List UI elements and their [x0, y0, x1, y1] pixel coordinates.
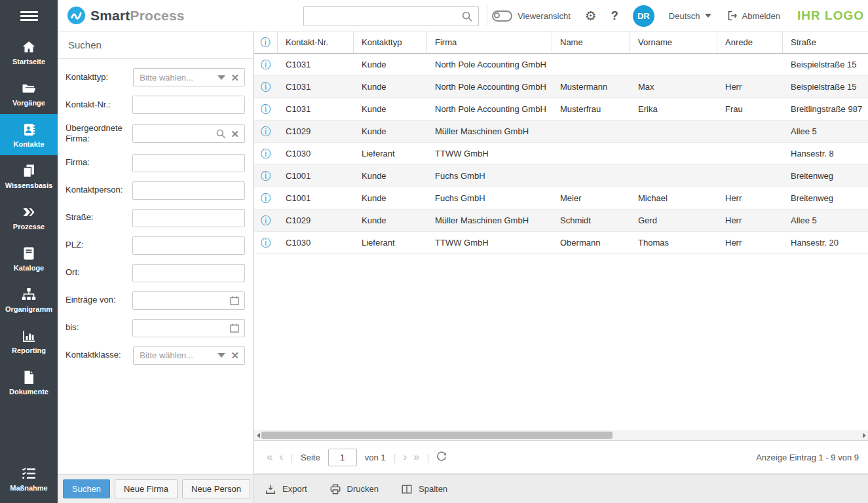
- columns-icon: [401, 483, 413, 495]
- search-button[interactable]: Suchen: [63, 479, 110, 498]
- search-panel: Suchen Kontakttyp: Bitte wählen... ✕ Kon…: [58, 31, 254, 503]
- sidebar-item-reporting[interactable]: Reporting: [0, 320, 58, 362]
- sidebar-item-kataloge[interactable]: Kataloge: [0, 238, 58, 279]
- cell-kontakt-nr: C1031: [278, 98, 354, 120]
- strasse-input[interactable]: [133, 210, 244, 227]
- column-header-strasse[interactable]: Straße: [783, 31, 868, 53]
- info-icon[interactable]: ⓘ: [261, 238, 271, 248]
- table-row[interactable]: ⓘ C1029 Kunde Müller Maschinen GmbH Alle…: [254, 121, 868, 143]
- global-search-input[interactable]: [304, 7, 461, 26]
- sidebar-item-dokumente[interactable]: Dokumente: [0, 362, 58, 403]
- info-icon[interactable]: ⓘ: [261, 171, 271, 181]
- prev-page-button[interactable]: ‹: [276, 451, 286, 464]
- eintraege-von-input[interactable]: [133, 292, 229, 309]
- column-header-kontakttyp[interactable]: Kontakttyp: [354, 31, 427, 53]
- cell-name: [552, 143, 630, 164]
- kontakt-nr-input[interactable]: [133, 96, 244, 113]
- help-icon[interactable]: ?: [611, 9, 618, 23]
- info-icon[interactable]: ⓘ: [261, 104, 271, 115]
- info-icon[interactable]: ⓘ: [261, 149, 271, 159]
- logo-icon: [67, 6, 86, 25]
- first-page-button[interactable]: «: [263, 451, 276, 464]
- field-kontakt-nr: Kontakt-Nr.:: [66, 96, 245, 114]
- info-icon[interactable]: ⓘ: [261, 60, 271, 70]
- firma-input[interactable]: [133, 155, 244, 172]
- app-logo[interactable]: SmartProcess: [67, 6, 185, 25]
- table-row[interactable]: ⓘ C1030 Lieferant TTWW GmbH Hansestr. 8: [254, 143, 868, 165]
- page-number-input[interactable]: [328, 449, 357, 466]
- column-header-vorname[interactable]: Vorname: [630, 31, 717, 53]
- settings-gear-icon[interactable]: ⚙: [585, 9, 597, 22]
- column-header-firma[interactable]: Firma: [427, 31, 552, 53]
- columns-button[interactable]: Spalten: [401, 483, 447, 495]
- print-button[interactable]: Drucken: [330, 483, 379, 495]
- kontakttyp-select[interactable]: Bitte wählen... ✕: [133, 68, 245, 86]
- table-empty-space: [254, 254, 868, 430]
- calendar-icon[interactable]: [229, 323, 240, 333]
- calendar-icon[interactable]: [229, 295, 240, 306]
- column-header-name[interactable]: Name: [552, 31, 630, 53]
- info-icon[interactable]: ⓘ: [261, 215, 271, 226]
- user-avatar[interactable]: DR: [633, 5, 654, 27]
- table-row[interactable]: ⓘ C1031 Kunde North Pole Accounting GmbH…: [254, 54, 868, 76]
- cell-firma: TTWW GmbH: [427, 143, 552, 164]
- plz-input[interactable]: [133, 237, 244, 254]
- clear-icon[interactable]: ✕: [231, 350, 239, 360]
- new-person-button[interactable]: Neue Person: [182, 479, 250, 498]
- sidebar-item-organigramm[interactable]: Organigramm: [0, 279, 58, 320]
- column-header-kontakt-nr[interactable]: Kontakt-Nr.: [278, 31, 354, 53]
- cell-anrede: Herr: [717, 76, 783, 98]
- sidebar-item-kontakte[interactable]: Kontakte: [0, 114, 58, 155]
- info-column-header[interactable]: ⓘ: [254, 31, 278, 53]
- clear-icon[interactable]: ✕: [231, 73, 239, 83]
- scrollbar-thumb[interactable]: [261, 432, 613, 439]
- export-button[interactable]: Export: [265, 483, 307, 495]
- sidebar-item-prozesse[interactable]: Prozesse: [0, 196, 58, 238]
- field-uebergeordnete-firma: Übergeordnete Firma: ✕: [66, 123, 245, 145]
- logout-button[interactable]: Abmelden: [726, 10, 781, 22]
- dropdown-caret-icon[interactable]: [217, 353, 225, 358]
- sidebar-item-startseite[interactable]: Startseite: [0, 31, 58, 73]
- cell-strasse: Hansestr. 20: [783, 232, 868, 253]
- next-page-button[interactable]: ›: [400, 451, 410, 464]
- new-company-button[interactable]: Neue Firma: [115, 479, 178, 498]
- last-page-button[interactable]: »: [410, 451, 423, 464]
- info-icon[interactable]: ⓘ: [261, 82, 271, 92]
- table-row[interactable]: ⓘ C1001 Kunde Fuchs GmbH Breitenweg: [254, 165, 868, 187]
- cell-kontakt-nr: C1031: [278, 54, 354, 75]
- search-icon[interactable]: [461, 10, 473, 22]
- dropdown-caret-icon[interactable]: [217, 75, 225, 80]
- sidebar-item-vorgaenge[interactable]: Vorgänge: [0, 73, 58, 114]
- table-row[interactable]: ⓘ C1029 Kunde Müller Maschinen GmbH Schm…: [254, 210, 868, 232]
- kontaktklasse-select[interactable]: Bitte wählen... ✕: [133, 346, 245, 365]
- uebergeordnete-firma-input[interactable]: [133, 125, 216, 142]
- ort-input[interactable]: [133, 265, 244, 282]
- scroll-right-arrow[interactable]: [860, 430, 868, 440]
- bis-input[interactable]: [133, 320, 229, 337]
- kontaktperson-input[interactable]: [133, 182, 244, 199]
- table-row[interactable]: ⓘ C1031 Kunde North Pole Accounting GmbH…: [254, 98, 868, 121]
- search-icon[interactable]: [216, 128, 226, 139]
- field-label: Kontaktklasse:: [66, 350, 133, 360]
- table-row[interactable]: ⓘ C1031 Kunde North Pole Accounting GmbH…: [254, 76, 868, 98]
- cell-strasse: Beispielstraße 15: [783, 76, 868, 98]
- column-header-anrede[interactable]: Anrede: [717, 31, 783, 53]
- cell-vorname: Erika: [630, 98, 717, 120]
- cell-firma: Fuchs GmbH: [427, 165, 552, 187]
- sidebar-item-wissensbasis[interactable]: Wissensbasis: [0, 155, 58, 196]
- clear-icon[interactable]: ✕: [231, 129, 239, 139]
- table-row[interactable]: ⓘ C1001 Kunde Fuchs GmbH Meier Michael H…: [254, 187, 868, 210]
- field-plz: PLZ:: [66, 236, 245, 255]
- refresh-icon[interactable]: [433, 451, 450, 463]
- language-selector[interactable]: Deutsch: [669, 11, 711, 21]
- viewer-toggle[interactable]: [492, 10, 512, 22]
- info-icon[interactable]: ⓘ: [261, 193, 271, 204]
- sidebar-item-massnahme[interactable]: Maßnahme: [0, 458, 58, 499]
- horizontal-scrollbar[interactable]: [254, 430, 868, 440]
- hamburger-menu-button[interactable]: [0, 0, 58, 31]
- cell-strasse: Breitenweg: [783, 165, 868, 187]
- book-icon: [21, 246, 37, 261]
- table-row[interactable]: ⓘ C1030 Lieferant TTWW GmbH Obermann Tho…: [254, 232, 868, 254]
- cell-anrede: Herr: [717, 232, 783, 253]
- info-icon[interactable]: ⓘ: [261, 126, 271, 137]
